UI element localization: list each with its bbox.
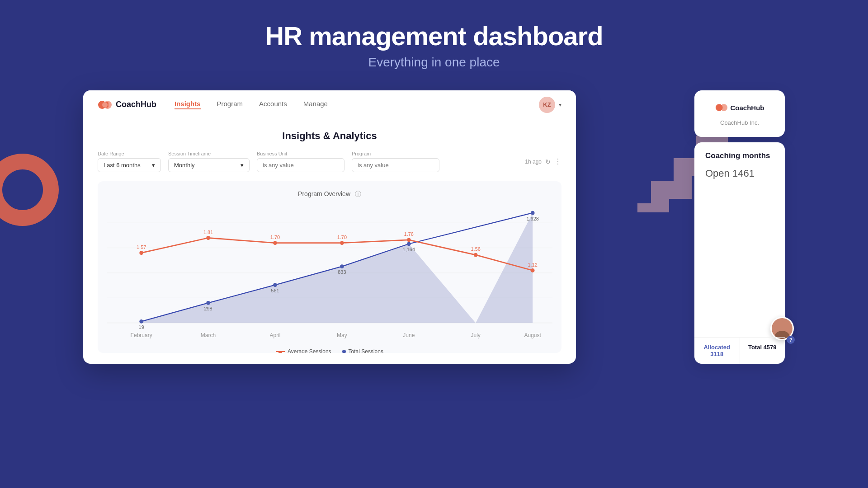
- coachhub-logo-icon: [98, 98, 112, 112]
- svg-text:1.70: 1.70: [270, 235, 280, 240]
- company-logo-icon: [715, 101, 728, 114]
- more-options-icon[interactable]: ⋮: [554, 157, 561, 166]
- page-title: HR management dashboard: [0, 22, 868, 51]
- nav-items: Insights Program Accounts Manage: [175, 100, 539, 109]
- coaching-stats: Allocated 3118 Total 4579: [694, 337, 785, 364]
- svg-point-3: [102, 102, 108, 108]
- allocated-stat: Allocated 3118: [694, 338, 740, 364]
- chart-legend: Average Sessions Total Sessions: [107, 348, 552, 353]
- svg-text:1.56: 1.56: [471, 246, 481, 252]
- refresh-area: 1h ago ↻ ⋮: [525, 157, 561, 166]
- svg-text:1.12: 1.12: [528, 262, 538, 267]
- page-subtitle: Everything in one place: [0, 55, 868, 70]
- chart-container: Program Overview ⓘ: [98, 181, 561, 353]
- refresh-time: 1h ago: [525, 159, 542, 165]
- nav-item-program[interactable]: Program: [217, 100, 243, 109]
- svg-text:April: April: [269, 332, 280, 338]
- svg-point-44: [720, 104, 727, 111]
- svg-point-28: [531, 268, 535, 272]
- coaching-open-value: Open 1461: [705, 168, 774, 179]
- chevron-down-icon: ▾: [241, 162, 244, 169]
- svg-point-10: [139, 319, 143, 324]
- svg-point-23: [206, 236, 210, 240]
- svg-point-26: [407, 238, 411, 242]
- svg-point-14: [407, 242, 411, 246]
- svg-point-15: [531, 211, 535, 215]
- logo-area: CoachHub: [98, 98, 156, 112]
- date-range-select[interactable]: Last 6 months ▾: [98, 158, 161, 172]
- svg-point-13: [340, 264, 344, 268]
- business-unit-input[interactable]: [257, 158, 344, 172]
- refresh-icon[interactable]: ↻: [545, 158, 551, 165]
- date-range-filter-group: Date Range Last 6 months ▾: [98, 151, 161, 172]
- svg-text:1,164: 1,164: [403, 247, 415, 252]
- svg-text:June: June: [403, 332, 415, 338]
- content-area: Insights & Analytics Date Range Last 6 m…: [83, 119, 576, 364]
- company-name: CoachHub Inc.: [720, 119, 759, 126]
- business-unit-filter-group: Business Unit: [257, 151, 344, 172]
- user-avatar[interactable]: KZ: [539, 97, 555, 113]
- coaching-months-title: Coaching months: [705, 151, 774, 160]
- svg-point-12: [273, 283, 277, 287]
- program-input[interactable]: [352, 158, 439, 172]
- nav-bar: CoachHub Insights Program Accounts Manag…: [83, 90, 576, 119]
- dashboard-card: CoachHub Insights Program Accounts Manag…: [83, 90, 576, 364]
- svg-text:July: July: [471, 332, 481, 338]
- date-range-label: Date Range: [98, 151, 161, 156]
- svg-text:1.70: 1.70: [337, 235, 347, 240]
- legend-avg-sessions: Average Sessions: [276, 348, 331, 353]
- company-card: CoachHub CoachHub Inc.: [694, 90, 785, 137]
- legend-total-sessions: Total Sessions: [342, 348, 383, 353]
- coaching-months-card: Coaching months Open 1461 ? Allocated 31…: [694, 142, 785, 364]
- svg-text:833: 833: [338, 269, 346, 275]
- svg-text:1.76: 1.76: [404, 231, 414, 237]
- svg-text:298: 298: [204, 306, 212, 311]
- svg-text:1,628: 1,628: [526, 216, 538, 221]
- chart-svg: 19 298 561 833 1,164 1,628 1.57: [107, 203, 552, 343]
- svg-point-24: [273, 241, 277, 245]
- chart-title: Program Overview ⓘ: [107, 190, 552, 198]
- logo-text: CoachHub: [116, 100, 156, 109]
- session-timeframe-filter-group: Session Timeframe Monthly ▾: [168, 151, 250, 172]
- svg-text:March: March: [201, 332, 216, 338]
- svg-point-11: [206, 301, 210, 305]
- svg-point-25: [340, 241, 344, 245]
- business-unit-label: Business Unit: [257, 151, 344, 156]
- nav-user: KZ ▾: [539, 97, 561, 113]
- svg-text:May: May: [337, 332, 348, 338]
- svg-text:1.81: 1.81: [203, 230, 213, 235]
- nav-item-accounts[interactable]: Accounts: [259, 100, 287, 109]
- svg-text:561: 561: [271, 288, 279, 293]
- chevron-down-icon[interactable]: ▾: [559, 102, 561, 108]
- program-filter-group: Program: [352, 151, 439, 172]
- chevron-down-icon: ▾: [152, 162, 155, 169]
- session-timeframe-select[interactable]: Monthly ▾: [168, 158, 250, 172]
- svg-point-45: [777, 321, 787, 331]
- program-label: Program: [352, 151, 439, 156]
- svg-text:1.57: 1.57: [137, 244, 146, 250]
- info-icon: ⓘ: [355, 190, 361, 197]
- total-stat: Total 4579: [740, 338, 785, 364]
- session-timeframe-label: Session Timeframe: [168, 151, 250, 156]
- svg-text:19: 19: [139, 324, 144, 330]
- company-logo-area: CoachHub: [715, 101, 764, 114]
- help-badge[interactable]: ?: [787, 336, 795, 344]
- bg-circle-decoration: [0, 154, 59, 226]
- page-header: HR management dashboard Everything in on…: [0, 0, 868, 84]
- company-logo-text: CoachHub: [731, 104, 764, 112]
- svg-point-22: [139, 251, 143, 255]
- filters-row: Date Range Last 6 months ▾ Session Timef…: [98, 151, 561, 172]
- svg-text:August: August: [524, 332, 541, 338]
- svg-text:February: February: [131, 332, 153, 338]
- nav-item-insights[interactable]: Insights: [175, 100, 201, 109]
- nav-item-manage[interactable]: Manage: [303, 100, 328, 109]
- svg-point-27: [474, 253, 478, 257]
- right-panel: CoachHub CoachHub Inc. Coaching months O…: [694, 90, 785, 364]
- section-title: Insights & Analytics: [98, 130, 561, 142]
